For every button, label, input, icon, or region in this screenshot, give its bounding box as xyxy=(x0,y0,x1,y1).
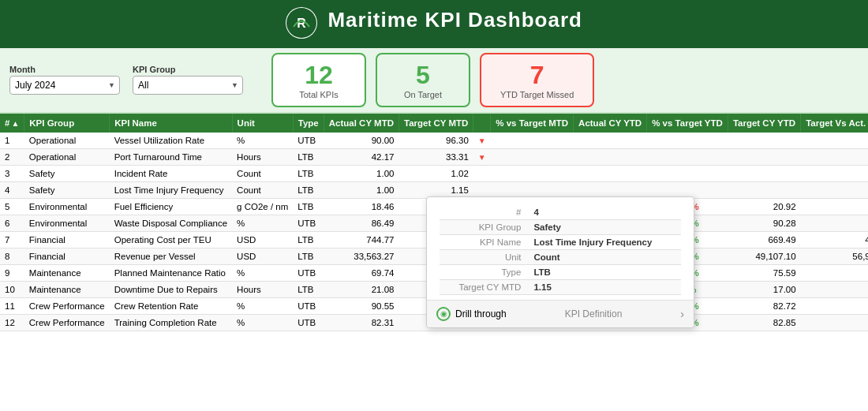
missed-label: YTD Target Missed xyxy=(500,90,574,99)
col-arrow-mtd xyxy=(473,114,491,133)
cell-actual-mtd: 90.55 xyxy=(324,297,398,314)
cell-target-ytd xyxy=(728,165,800,181)
col-target-ytd: Target CY YTD xyxy=(728,114,800,133)
cell-vs-act: 468.64 xyxy=(801,231,868,248)
tooltip-table: # 4 KPI Group Safety KPI Name Lost Time … xyxy=(440,205,681,295)
cell-target-ytd: 49,107.10 xyxy=(728,248,800,264)
cell-num: 2 xyxy=(0,148,24,165)
on-target-label: On Target xyxy=(396,90,450,99)
month-select-wrapper[interactable]: July 2024 xyxy=(9,76,120,95)
tooltip-row-kpi-name: KPI Name Lost Time Injury Frequency xyxy=(440,234,681,249)
cell-name: Waste Disposal Compliance xyxy=(110,215,232,231)
month-filter-group: Month July 2024 xyxy=(9,65,120,95)
cell-vs-act: 81.90 xyxy=(801,297,868,314)
cell-num: 4 xyxy=(0,181,24,198)
cell-group: Financial xyxy=(24,231,110,248)
kpi-group-select-wrapper[interactable]: All xyxy=(133,76,243,95)
cell-target-ytd: 82.72 xyxy=(728,297,800,314)
cell-actual-ytd xyxy=(574,165,647,181)
cell-unit: Hours xyxy=(232,281,293,297)
cell-num: 11 xyxy=(0,297,24,314)
table-row[interactable]: 2 Operational Port Turnaround Time Hours… xyxy=(0,148,868,165)
cell-type: UTB xyxy=(293,297,324,314)
missed-value: 7 xyxy=(500,61,574,90)
cell-group: Safety xyxy=(24,181,110,198)
col-type: Type xyxy=(293,114,324,133)
drill-circle-icon: ◉ xyxy=(436,307,451,321)
tooltip-kpi-name-value: Lost Time Injury Frequency xyxy=(527,234,681,249)
month-select[interactable]: July 2024 xyxy=(9,76,120,95)
cell-actual-mtd: 18.46 xyxy=(324,198,398,215)
on-target-value: 5 xyxy=(396,61,450,90)
tooltip-row-target: Target CY MTD 1.15 xyxy=(440,279,681,294)
cell-type: UTB xyxy=(293,133,324,149)
cell-target-mtd: 1.02 xyxy=(399,165,473,181)
cell-group: Operational xyxy=(24,148,110,165)
cell-name: Revenue per Vessel xyxy=(110,248,232,264)
col-num: #▲ xyxy=(0,114,24,133)
col-name: KPI Name xyxy=(110,114,232,133)
cell-name: Fuel Efficiency xyxy=(110,198,232,215)
kpi-group-select[interactable]: All xyxy=(133,76,243,95)
cell-num: 6 xyxy=(0,215,24,231)
cell-target-ytd xyxy=(728,133,800,149)
table-row[interactable]: 3 Safety Incident Rate Count LTB 1.00 1.… xyxy=(0,165,868,181)
cell-group: Maintenance xyxy=(24,264,110,281)
cell-actual-mtd: 1.00 xyxy=(324,165,398,181)
cell-vs-act: 18.36 xyxy=(801,281,868,297)
cell-name: Incident Rate xyxy=(110,165,232,181)
tooltip-type-value: LTB xyxy=(527,264,681,279)
cell-target-ytd: 20.92 xyxy=(728,198,800,215)
drill-chevron-icon: › xyxy=(680,308,684,320)
cell-num: 3 xyxy=(0,165,24,181)
cell-target-ytd: 669.49 xyxy=(728,231,800,248)
cell-type: UTB xyxy=(293,215,324,231)
tooltip-target-label: Target CY MTD xyxy=(440,279,527,294)
cell-group: Environmental xyxy=(24,215,110,231)
cell-unit: Hours xyxy=(232,148,293,165)
col-group: KPI Group xyxy=(24,114,110,133)
page-header: R Maritime KPI Dashboard xyxy=(0,0,868,48)
kpi-group-label: KPI Group xyxy=(133,65,243,74)
cell-type: LTB xyxy=(293,198,324,215)
cell-num: 8 xyxy=(0,248,24,264)
tooltip-popup: # 4 KPI Group Safety KPI Name Lost Time … xyxy=(426,196,694,328)
cell-target-ytd: 82.85 xyxy=(728,314,800,331)
col-pct-ytd: % vs Target YTD xyxy=(647,114,728,133)
cell-actual-mtd: 33,563.27 xyxy=(324,248,398,264)
cell-vs-act xyxy=(801,181,868,198)
total-kpis-label: Total KPIs xyxy=(292,90,346,99)
cell-name: Training Completion Rate xyxy=(110,314,232,331)
cell-actual-mtd: 90.00 xyxy=(324,133,398,149)
cell-type: UTB xyxy=(293,264,324,281)
drill-through-button[interactable]: ◉ Drill through KPI Definition › xyxy=(427,300,694,327)
cell-unit: g CO2e / nm xyxy=(232,198,293,215)
cell-actual-mtd: 21.08 xyxy=(324,281,398,297)
table-row[interactable]: 1 Operational Vessel Utilization Rate % … xyxy=(0,133,868,149)
tooltip-row-type: Type LTB xyxy=(440,264,681,279)
cell-type: LTB xyxy=(293,148,324,165)
cell-name: Planned Maintenance Ratio xyxy=(110,264,232,281)
cell-pct-ytd xyxy=(647,165,728,181)
cell-vs-act: 69.59 xyxy=(801,314,868,331)
cell-actual-mtd: 1.00 xyxy=(324,181,398,198)
cell-unit: USD xyxy=(232,248,293,264)
on-target-card: 5 On Target xyxy=(376,53,470,107)
tooltip-kpi-group-label: KPI Group xyxy=(440,219,527,234)
cell-target-ytd: 17.00 xyxy=(728,281,800,297)
col-actual-ytd: Actual CY YTD xyxy=(574,114,647,133)
cell-type: LTB xyxy=(293,281,324,297)
cell-actual-mtd: 86.49 xyxy=(324,215,398,231)
page-title: Maritime KPI Dashboard xyxy=(327,8,582,32)
tooltip-hash-label: # xyxy=(440,205,527,220)
cell-group: Environmental xyxy=(24,198,110,215)
cell-group: Safety xyxy=(24,165,110,181)
cell-target-mtd: 33.31 xyxy=(399,148,473,165)
filter-bar: Month July 2024 KPI Group All 12 Total K… xyxy=(0,48,868,114)
cell-actual-ytd xyxy=(574,148,647,165)
drill-label: Drill through xyxy=(455,308,507,319)
cell-unit: USD xyxy=(232,231,293,248)
cell-unit: Count xyxy=(232,165,293,181)
cell-target-mtd: 96.30 xyxy=(399,133,473,149)
tooltip-row-kpi-group: KPI Group Safety xyxy=(440,219,681,234)
